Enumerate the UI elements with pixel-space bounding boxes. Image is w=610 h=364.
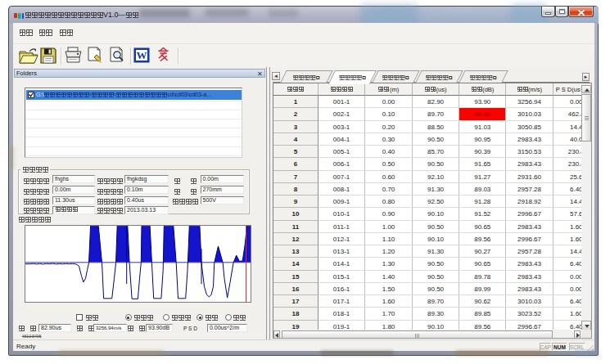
- svg-text:W: W: [137, 49, 147, 61]
